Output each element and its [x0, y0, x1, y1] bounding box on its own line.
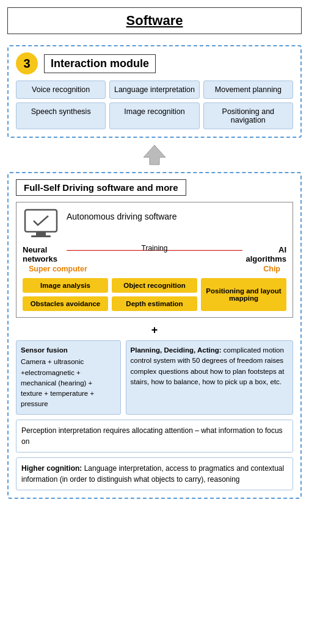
bottom-cols: Sensor fusion Camera + ultrasonic +elect…: [16, 340, 293, 415]
autonomous-inner-box: Autonomous driving software Neural netwo…: [16, 202, 293, 318]
monitor-icon: [23, 209, 59, 240]
training-label: Training: [142, 244, 168, 252]
cell-object-recognition: Object recognition: [112, 278, 197, 293]
higher-cognition-title: Higher cognition:: [21, 464, 82, 473]
supercomputer-label: Super computer: [29, 265, 87, 273]
cell-voice-recognition: Voice recognition: [16, 80, 106, 99]
plus-sign: +: [16, 324, 293, 337]
arrow-icon: [142, 144, 167, 166]
svg-rect-3: [31, 235, 51, 237]
interaction-module-box: 3 Interaction module Voice recognition L…: [7, 45, 302, 138]
planning-title: Planning, Deciding, Acting:: [131, 346, 222, 354]
supercomputer-chip-row: Super computer Chip: [23, 265, 286, 273]
software-title: Software: [126, 13, 183, 28]
interaction-header: 3 Interaction module: [16, 52, 293, 74]
cell-positioning-navigation: Positioning and navigation: [203, 102, 293, 129]
software-box: Software: [7, 7, 302, 34]
planning-box: Planning, Deciding, Acting: complicated …: [126, 340, 293, 415]
cell-positioning-layout: Positioning and layout mapping: [201, 278, 286, 311]
interaction-grid: Voice recognition Language interpretatio…: [16, 80, 293, 129]
nn-training-ai-row: Neural networks Training AI algorithms: [23, 245, 286, 263]
cell-depth-estimation: Depth estimation: [112, 296, 197, 311]
interaction-title: Interaction module: [44, 54, 156, 73]
svg-rect-1: [25, 210, 57, 232]
cell-image-recognition: Image recognition: [109, 102, 199, 129]
ai-label: AI algorithms: [238, 245, 286, 263]
fsd-title: Full-Self Driving software and more: [16, 179, 186, 196]
svg-rect-2: [36, 232, 46, 235]
chip-label: Chip: [263, 265, 280, 273]
sensor-fusion-body: Camera + ultrasonic +electromagnetic + m…: [21, 357, 116, 409]
yellow-grid: Image analysis Object recognition Positi…: [23, 278, 286, 311]
sensor-fusion-title: Sensor fusion: [21, 345, 116, 356]
perception-box: Perception interpretation requires alloc…: [16, 420, 293, 453]
auto-top: Autonomous driving software: [23, 209, 286, 240]
fsd-box: Full-Self Driving software and more Auto…: [7, 172, 302, 499]
arrow-up: [7, 144, 302, 166]
svg-marker-0: [144, 145, 165, 165]
cell-movement-planning: Movement planning: [203, 80, 293, 99]
cell-language-interpretation: Language interpretation: [109, 80, 199, 99]
perception-text: Perception interpretation requires alloc…: [21, 426, 283, 446]
higher-cognition-box: Higher cognition: Language interpretatio…: [16, 457, 293, 490]
badge-3: 3: [16, 52, 38, 74]
cell-obstacles-avoidance: Obstacles avoidance: [23, 296, 108, 311]
nn-label: Neural networks: [23, 245, 71, 263]
cell-image-analysis: Image analysis: [23, 278, 108, 293]
sensor-fusion-box: Sensor fusion Camera + ultrasonic +elect…: [16, 340, 121, 415]
cell-speech-synthesis: Speech synthesis: [16, 102, 106, 129]
auto-driving-title: Autonomous driving software: [67, 209, 177, 223]
